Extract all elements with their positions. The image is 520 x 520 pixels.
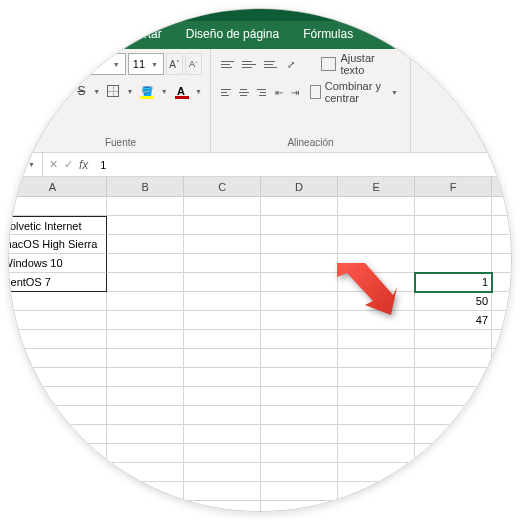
font-color-button[interactable]: A <box>172 81 190 101</box>
cell-F9[interactable] <box>415 349 492 368</box>
cell-E8[interactable] <box>338 330 415 349</box>
cell-E1[interactable] <box>338 197 415 216</box>
cell-G11[interactable] <box>492 387 512 406</box>
cell-F8[interactable] <box>415 330 492 349</box>
cell-B16[interactable] <box>107 482 184 501</box>
col-header[interactable]: E <box>338 177 415 197</box>
align-bottom-button[interactable] <box>262 55 279 73</box>
tab-inicio[interactable]: Inicio <box>57 21 109 49</box>
cell-B2[interactable] <box>107 216 184 235</box>
cell-E15[interactable] <box>338 463 415 482</box>
col-header[interactable]: B <box>107 177 184 197</box>
cell-F7[interactable]: 47 <box>415 311 492 330</box>
cell-B13[interactable] <box>107 425 184 444</box>
bold-button[interactable]: N <box>39 81 53 101</box>
cell-D3[interactable] <box>261 235 338 254</box>
cell-E5[interactable] <box>338 273 415 292</box>
cell-E16[interactable] <box>338 482 415 501</box>
cell-D7[interactable] <box>261 311 338 330</box>
spreadsheet-grid[interactable]: A B C D E F G 12Solvetic Internet3macOS … <box>8 177 512 512</box>
cell-D16[interactable] <box>261 482 338 501</box>
cell-G3[interactable] <box>492 235 512 254</box>
cell-G15[interactable] <box>492 463 512 482</box>
cell-C14[interactable] <box>184 444 261 463</box>
cell-F3[interactable] <box>415 235 492 254</box>
cell-A5[interactable]: CentOS 7 <box>8 273 107 292</box>
font-size-select[interactable]: 11 ▼ <box>128 53 164 75</box>
enter-icon[interactable]: ✓ <box>64 158 73 171</box>
col-header[interactable]: G <box>492 177 512 197</box>
cell-F15[interactable] <box>415 463 492 482</box>
formula-input[interactable]: 1 <box>94 159 512 171</box>
cell-E7[interactable] <box>338 311 415 330</box>
cell-C9[interactable] <box>184 349 261 368</box>
borders-button[interactable] <box>104 81 121 101</box>
cell-G1[interactable] <box>492 197 512 216</box>
col-header[interactable]: A <box>8 177 107 197</box>
cell-C6[interactable] <box>184 292 261 311</box>
col-header[interactable]: C <box>184 177 261 197</box>
cell-B11[interactable] <box>107 387 184 406</box>
cell-F2[interactable] <box>415 216 492 235</box>
col-header[interactable]: F <box>415 177 492 197</box>
cut-button[interactable] <box>11 53 29 69</box>
fill-color-button[interactable]: 🪣 <box>137 81 155 101</box>
cell-A15[interactable] <box>8 463 107 482</box>
cell-C12[interactable] <box>184 406 261 425</box>
cell-A10[interactable] <box>8 368 107 387</box>
italic-button[interactable]: K <box>57 81 71 101</box>
cell-E13[interactable] <box>338 425 415 444</box>
tab-archivo[interactable]: Archivo <box>8 21 53 49</box>
copy-button[interactable] <box>11 71 29 87</box>
cell-G17[interactable] <box>492 501 512 512</box>
cell-E10[interactable] <box>338 368 415 387</box>
cell-F5[interactable]: 1 <box>415 273 492 292</box>
cell-G14[interactable] <box>492 444 512 463</box>
cell-B10[interactable] <box>107 368 184 387</box>
cell-D9[interactable] <box>261 349 338 368</box>
align-middle-button[interactable] <box>240 55 257 73</box>
cell-A4[interactable]: Windows 10 <box>8 254 107 273</box>
cell-D1[interactable] <box>261 197 338 216</box>
tab-insertar[interactable]: Insertar <box>109 21 174 49</box>
cell-A1[interactable] <box>8 197 107 216</box>
name-box[interactable]: F5 ▼ <box>8 153 43 176</box>
align-left-button[interactable] <box>219 83 233 101</box>
cell-C15[interactable] <box>184 463 261 482</box>
cell-D2[interactable] <box>261 216 338 235</box>
cell-A6[interactable] <box>8 292 107 311</box>
orientation-button[interactable]: ⤢ <box>283 55 300 73</box>
cell-G16[interactable] <box>492 482 512 501</box>
cell-E2[interactable] <box>338 216 415 235</box>
cell-A11[interactable] <box>8 387 107 406</box>
cell-A3[interactable]: macOS High Sierra <box>8 235 107 254</box>
cell-D15[interactable] <box>261 463 338 482</box>
cell-D6[interactable] <box>261 292 338 311</box>
tab-diseno[interactable]: Diseño de página <box>174 21 291 49</box>
cell-E9[interactable] <box>338 349 415 368</box>
cell-B8[interactable] <box>107 330 184 349</box>
cell-F13[interactable] <box>415 425 492 444</box>
cell-F12[interactable] <box>415 406 492 425</box>
tab-formulas[interactable]: Fórmulas <box>291 21 365 49</box>
cell-C1[interactable] <box>184 197 261 216</box>
cell-A7[interactable] <box>8 311 107 330</box>
cancel-icon[interactable]: ✕ <box>49 158 58 171</box>
cell-D8[interactable] <box>261 330 338 349</box>
tab-revisar[interactable]: Revisar <box>421 21 486 49</box>
cell-B1[interactable] <box>107 197 184 216</box>
cell-E17[interactable] <box>338 501 415 512</box>
cell-A9[interactable] <box>8 349 107 368</box>
cell-C16[interactable] <box>184 482 261 501</box>
cell-A17[interactable] <box>8 501 107 512</box>
cell-B17[interactable] <box>107 501 184 512</box>
cell-A12[interactable] <box>8 406 107 425</box>
cell-F1[interactable] <box>415 197 492 216</box>
cell-G5[interactable]: 15 <box>492 273 512 292</box>
cell-G13[interactable] <box>492 425 512 444</box>
cell-C11[interactable] <box>184 387 261 406</box>
decrease-indent-button[interactable]: ⇤ <box>272 83 285 101</box>
cell-D4[interactable] <box>261 254 338 273</box>
shrink-font-button[interactable]: A˅ <box>185 53 202 75</box>
cell-F4[interactable] <box>415 254 492 273</box>
